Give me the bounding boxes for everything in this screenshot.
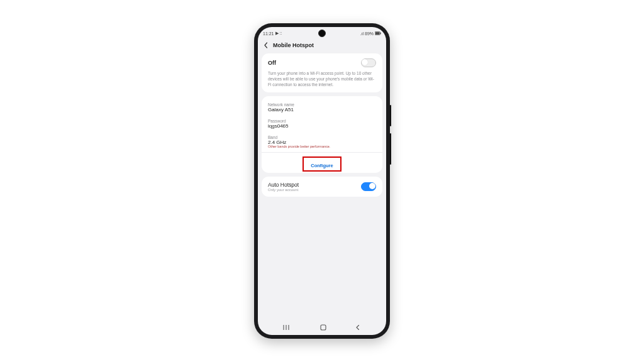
screen: 11:21 ▶ :: .ıl 89% Mobile Hotspot bbox=[258, 27, 386, 335]
back-nav-icon[interactable] bbox=[355, 324, 361, 331]
auto-hotspot-title: Auto Hotspot bbox=[268, 182, 299, 188]
auto-hotspot-card[interactable]: Auto Hotspot Only your account bbox=[262, 177, 382, 197]
auto-hotspot-toggle[interactable] bbox=[361, 182, 376, 191]
network-name-value: Galaxy A51 bbox=[268, 107, 376, 112]
home-icon[interactable] bbox=[319, 324, 327, 331]
hotspot-state-label: Off bbox=[268, 60, 276, 66]
svg-rect-6 bbox=[321, 325, 326, 330]
status-battery-text: .ıl 89% bbox=[360, 31, 374, 36]
back-icon[interactable] bbox=[263, 42, 269, 48]
svg-rect-1 bbox=[375, 32, 380, 35]
hotspot-toggle-card: Off Turn your phone into a Wi-Fi access … bbox=[262, 53, 382, 92]
hotspot-toggle[interactable] bbox=[361, 58, 376, 67]
recents-icon[interactable] bbox=[283, 324, 292, 331]
password-label: Password bbox=[268, 119, 376, 123]
auto-hotspot-subtitle: Only your account bbox=[268, 188, 299, 192]
network-name-label: Network name bbox=[268, 102, 376, 107]
password-field: Password iqgs0465 bbox=[268, 119, 376, 129]
configure-button[interactable]: Configure bbox=[307, 162, 336, 170]
phone-frame: 11:21 ▶ :: .ıl 89% Mobile Hotspot bbox=[254, 23, 390, 339]
network-name-field: Network name Galaxy A51 bbox=[268, 102, 376, 112]
page-title: Mobile Hotspot bbox=[273, 42, 314, 48]
band-label: Band bbox=[268, 135, 376, 140]
hotspot-description: Turn your phone into a Wi-Fi access poin… bbox=[268, 71, 376, 87]
network-details-card: Network name Galaxy A51 Password iqgs046… bbox=[262, 96, 382, 173]
svg-rect-2 bbox=[380, 33, 381, 34]
configure-highlight: Configure bbox=[303, 156, 341, 172]
status-time: 11:21 bbox=[263, 31, 274, 36]
status-extra: ▶ :: bbox=[275, 31, 282, 36]
band-note: Other bands provide better performance. bbox=[268, 145, 376, 148]
battery-icon bbox=[375, 31, 381, 35]
page-header: Mobile Hotspot bbox=[258, 38, 386, 53]
android-navbar bbox=[258, 320, 386, 335]
band-field: Band 2.4 GHz Other bands provide better … bbox=[268, 135, 376, 148]
front-camera bbox=[318, 30, 326, 37]
password-value: iqgs0465 bbox=[268, 123, 376, 129]
